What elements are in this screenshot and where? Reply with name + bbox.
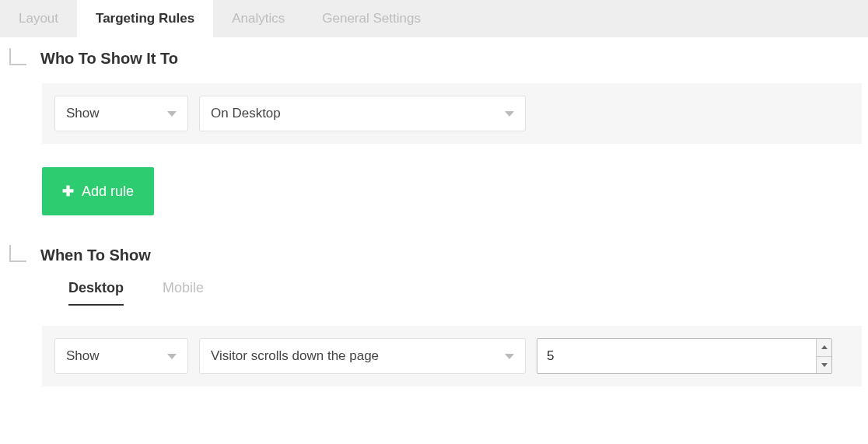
subtab-mobile[interactable]: Mobile	[163, 280, 204, 306]
corner-icon	[9, 245, 26, 262]
section-title-when: When To Show	[40, 246, 151, 264]
who-condition-value: On Desktop	[211, 106, 281, 121]
when-action-value: Show	[66, 348, 100, 364]
section-title-who: Who To Show It To	[40, 50, 178, 68]
when-condition-select[interactable]: Visitor scrolls down the page	[199, 338, 526, 374]
main-tabs: Layout Targeting Rules Analytics General…	[0, 0, 868, 37]
corner-icon	[9, 48, 26, 65]
when-condition-value: Visitor scrolls down the page	[211, 348, 379, 364]
spinner-up-button[interactable]	[816, 339, 831, 357]
who-rule-row: Show On Desktop	[42, 83, 862, 144]
add-rule-label: Add rule	[82, 184, 134, 200]
when-action-select[interactable]: Show	[54, 338, 188, 374]
tab-targeting-rules[interactable]: Targeting Rules	[77, 0, 213, 37]
when-value-input[interactable]	[537, 338, 832, 374]
when-rule-row: Show Visitor scrolls down the page	[42, 326, 862, 386]
when-value-stepper	[537, 338, 832, 374]
who-action-select[interactable]: Show	[54, 96, 188, 131]
chevron-down-icon	[167, 354, 177, 359]
tab-general-settings[interactable]: General Settings	[303, 0, 439, 37]
section-header: When To Show	[6, 246, 862, 264]
section-who-to-show: Who To Show It To Show On Desktop ✚ Add …	[6, 50, 862, 215]
chevron-down-icon	[167, 111, 177, 117]
who-action-value: Show	[66, 106, 100, 121]
plus-icon: ✚	[62, 183, 74, 200]
device-subtabs: Desktop Mobile	[68, 280, 862, 306]
spinner-controls	[816, 339, 831, 373]
add-rule-button[interactable]: ✚ Add rule	[42, 167, 154, 215]
who-condition-select[interactable]: On Desktop	[199, 96, 526, 131]
section-when-to-show: When To Show Desktop Mobile Show Visitor…	[6, 246, 862, 386]
chevron-up-icon	[821, 345, 828, 349]
tab-layout[interactable]: Layout	[0, 0, 77, 37]
chevron-down-icon	[505, 354, 514, 359]
spinner-down-button[interactable]	[816, 357, 831, 374]
section-header: Who To Show It To	[6, 50, 862, 68]
chevron-down-icon	[505, 111, 514, 117]
content-area: Who To Show It To Show On Desktop ✚ Add …	[0, 37, 868, 386]
subtab-desktop[interactable]: Desktop	[68, 280, 124, 306]
chevron-down-icon	[821, 363, 828, 367]
tab-analytics[interactable]: Analytics	[213, 0, 303, 37]
